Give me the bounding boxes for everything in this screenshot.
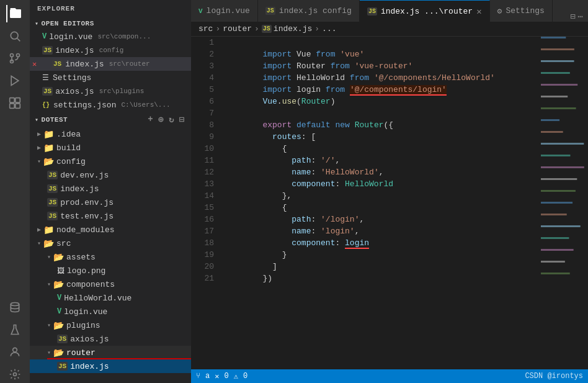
chevron-down-icon3: ▾ <box>37 158 41 165</box>
tab-login-vue[interactable]: V login.vue <box>191 0 258 22</box>
minimap <box>538 37 588 369</box>
file-test-env[interactable]: JS test.env.js <box>30 209 191 223</box>
folder-build[interactable]: ▶ 📁 build <box>30 141 191 155</box>
chevron-down-icon6: ▾ <box>47 281 51 288</box>
folder-open-icon: 📂 <box>43 156 54 167</box>
line-numbers: 12345 678910 1112131415 1617181920 21 <box>191 37 219 369</box>
open-editor-index-router[interactable]: ✕ JS index.js src\router <box>30 57 191 71</box>
file-prod-env[interactable]: JS prod.env.js <box>30 196 191 209</box>
folder-router[interactable]: ▾ 📂 router <box>30 346 191 359</box>
open-editor-settings[interactable]: ☰ Settings <box>30 71 191 84</box>
svg-point-4 <box>17 54 20 57</box>
breadcrumb-sep3: › <box>314 24 319 34</box>
error-count: 0 <box>224 372 228 381</box>
folder-node-modules[interactable]: ▶ 📁 node_modules <box>30 223 191 237</box>
folder-open-icon4: 📂 <box>53 279 64 290</box>
vue-file-icon: V <box>42 32 47 41</box>
folder-open-icon6: 📂 <box>53 348 64 358</box>
folder-idea[interactable]: ▶ 📁 .idea <box>30 127 191 141</box>
more-actions-icon[interactable]: ⋯ <box>578 11 583 22</box>
breadcrumb: src › router › JS index.js › ... <box>191 22 588 37</box>
js-file-icon: JS <box>42 46 53 55</box>
code-line-7: export default new Router({ <box>224 107 538 119</box>
folder-plugins[interactable]: ▾ 📂 plugins <box>30 318 191 332</box>
js-icon: JS <box>47 171 58 179</box>
chevron-right-icon3: ▶ <box>37 226 41 233</box>
svg-point-11 <box>11 303 19 306</box>
sidebar: EXPLORER ▾ OPEN EDITORS V login.vue src\… <box>30 0 191 383</box>
activity-bar <box>0 0 30 383</box>
js-icon5: JS <box>57 335 68 343</box>
tab-index-config[interactable]: JS index.js config <box>258 0 360 22</box>
files-icon[interactable] <box>6 5 24 22</box>
folder-components[interactable]: ▾ 📂 components <box>30 277 191 291</box>
json-file-icon: {} <box>42 102 50 109</box>
folder-open-icon5: 📂 <box>53 320 64 331</box>
code-editor[interactable]: import Vue from 'vue' import Router from… <box>219 37 538 369</box>
copyright-text: CSDN @irontys <box>525 372 583 381</box>
js-tab-icon: JS <box>265 7 275 15</box>
open-editor-axios[interactable]: JS axios.js src\plugins <box>30 84 191 98</box>
file-axios[interactable]: JS axios.js <box>30 332 191 346</box>
js-tab-icon2: JS <box>367 7 377 16</box>
close-editor-icon[interactable]: ✕ <box>32 60 37 69</box>
extensions-icon[interactable] <box>6 94 24 112</box>
project-header[interactable]: ▾ DOTEST + ⊕ ↻ ⊟ <box>30 112 191 127</box>
chevron-right-icon2: ▶ <box>37 144 41 151</box>
error-icon: ✕ <box>215 372 219 381</box>
svg-marker-6 <box>11 76 19 86</box>
refresh-icon[interactable]: ↻ <box>167 114 176 125</box>
collapse-all-icon[interactable]: ⊟ <box>178 114 186 125</box>
vue-icon2: V <box>57 294 61 302</box>
svg-rect-10 <box>16 104 20 109</box>
svg-rect-8 <box>16 98 20 103</box>
chevron-down-icon5: ▾ <box>47 253 51 261</box>
project-toolbar: + ⊕ ↻ ⊟ <box>146 114 186 125</box>
folder-open-icon2: 📂 <box>43 238 54 249</box>
file-dev-env[interactable]: JS dev.env.js <box>30 168 191 182</box>
js-breadcrumb-icon: JS <box>262 25 272 33</box>
test-flask-icon[interactable] <box>6 321 24 338</box>
file-index-router[interactable]: JS index.js <box>30 359 191 373</box>
file-logo[interactable]: 🖼 logo.png <box>30 264 191 277</box>
database-icon[interactable] <box>6 299 24 316</box>
chevron-down-icon8: ▾ <box>47 349 51 356</box>
tab-settings[interactable]: ⚙ Settings <box>490 0 553 22</box>
new-folder-icon[interactable]: ⊕ <box>157 114 165 125</box>
tab-bar: V login.vue JS index.js config JS index.… <box>191 0 588 22</box>
debug-icon[interactable] <box>6 72 24 89</box>
new-file-icon[interactable]: + <box>146 114 154 125</box>
open-editor-settings-json[interactable]: {} settings.json C:\Users\... <box>30 98 191 112</box>
folder-src[interactable]: ▾ 📂 src <box>30 237 191 250</box>
file-index-config[interactable]: JS index.js <box>30 182 191 196</box>
folder-open-icon3: 📂 <box>53 252 64 263</box>
branch-name[interactable]: a <box>205 372 210 381</box>
account-icon[interactable] <box>6 343 24 361</box>
folder-icon3: 📁 <box>43 225 54 235</box>
svg-rect-7 <box>10 98 15 103</box>
open-editor-login-vue[interactable]: V login.vue src\compon... <box>30 30 191 43</box>
chevron-down-icon: ▾ <box>35 20 39 27</box>
tab-index-router[interactable]: JS index.js ...\router ✕ <box>360 0 490 22</box>
svg-point-3 <box>11 54 14 57</box>
settings-icon[interactable] <box>6 366 24 383</box>
vue-tab-icon: V <box>198 7 203 15</box>
js-icon4: JS <box>47 212 58 220</box>
open-editors-header[interactable]: ▾ OPEN EDITORS <box>30 17 191 30</box>
file-login-vue[interactable]: V login.vue <box>30 305 191 318</box>
breadcrumb-sep1: › <box>215 24 220 34</box>
js-icon2: JS <box>47 184 58 193</box>
split-editor-icon[interactable]: ⊟ <box>570 11 575 22</box>
settings-file-icon: ☰ <box>42 73 49 83</box>
tab-close-icon[interactable]: ✕ <box>476 6 481 17</box>
search-icon[interactable] <box>6 27 24 45</box>
folder-icon: 📁 <box>43 129 54 140</box>
source-control-icon[interactable] <box>6 50 24 67</box>
folder-assets[interactable]: ▾ 📂 assets <box>30 250 191 264</box>
folder-config[interactable]: ▾ 📂 config <box>30 155 191 168</box>
chevron-down-icon2: ▾ <box>35 116 39 124</box>
open-editor-index-config[interactable]: JS index.js config <box>30 43 191 57</box>
js-file-icon3: JS <box>42 87 53 96</box>
file-helloworld[interactable]: V HelloWorld.vue <box>30 291 191 305</box>
js-icon3: JS <box>47 198 58 207</box>
